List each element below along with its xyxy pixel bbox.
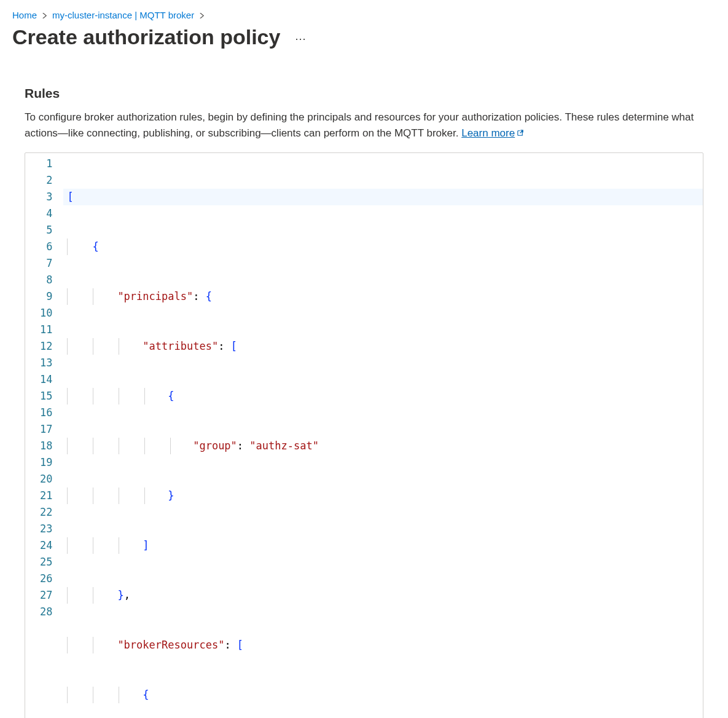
breadcrumb: Home my-cluster-instance | MQTT broker bbox=[12, 10, 716, 20]
breadcrumb-cluster-link[interactable]: my-cluster-instance | MQTT broker bbox=[52, 10, 194, 20]
section-label: Rules bbox=[25, 86, 703, 101]
chevron-right-icon bbox=[199, 10, 205, 20]
editor-gutter: 1234567891011121314151617181920212223242… bbox=[25, 153, 63, 718]
more-icon[interactable]: ··· bbox=[295, 29, 306, 45]
external-link-icon bbox=[516, 126, 524, 142]
page-title: Create authorization policy bbox=[12, 25, 280, 49]
section-description-text: To configure broker authorization rules,… bbox=[25, 111, 694, 139]
learn-more-link[interactable]: Learn more bbox=[461, 127, 524, 139]
json-editor[interactable]: 1234567891011121314151617181920212223242… bbox=[25, 152, 703, 718]
breadcrumb-home-link[interactable]: Home bbox=[12, 10, 37, 20]
page-title-row: Create authorization policy ··· bbox=[12, 25, 716, 49]
editor-content[interactable]: [ { "principals": { "attributes": [ { "g… bbox=[63, 153, 703, 718]
section-description: To configure broker authorization rules,… bbox=[25, 109, 703, 143]
chevron-right-icon bbox=[42, 10, 47, 20]
